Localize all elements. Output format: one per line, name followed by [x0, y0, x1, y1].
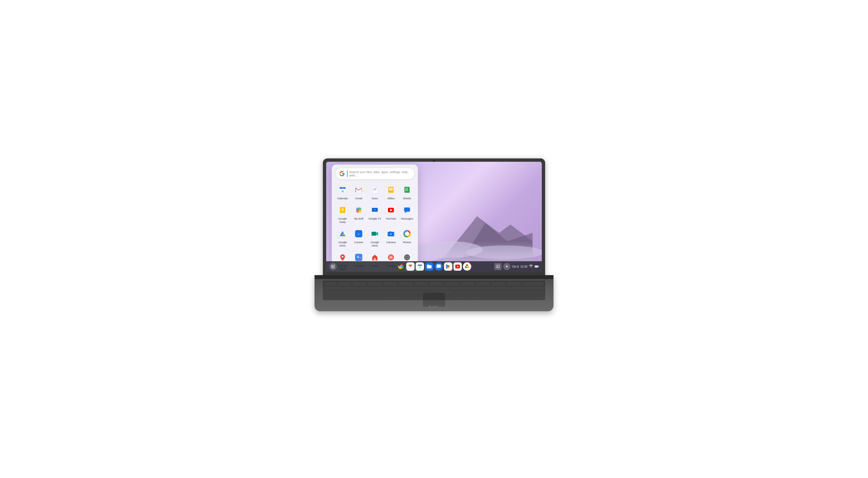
- app-calendar[interactable]: 31CALCalendar: [335, 182, 350, 202]
- svg-point-84: [332, 266, 333, 267]
- svg-rect-104: [538, 266, 539, 267]
- svg-point-100: [497, 266, 498, 267]
- svg-rect-9: [355, 187, 362, 192]
- app-label-drive: Google Drive: [336, 241, 349, 247]
- svg-point-91: [400, 266, 402, 267]
- svg-point-80: [331, 265, 332, 266]
- app-label-messages: Messages: [401, 217, 413, 220]
- plus-icon[interactable]: +: [503, 263, 510, 270]
- app-meet[interactable]: Google Meet: [367, 226, 382, 249]
- svg-text:31: 31: [419, 267, 421, 268]
- svg-rect-13: [373, 189, 376, 189]
- app-icon-camera: [385, 228, 397, 240]
- svg-point-87: [332, 267, 333, 268]
- app-label-docs: Docs: [372, 197, 378, 200]
- svg-point-25: [341, 208, 344, 211]
- app-tv[interactable]: Google TV: [367, 203, 382, 225]
- app-messages[interactable]: Messages: [400, 203, 414, 225]
- taskbar-center: 31: [397, 262, 471, 271]
- screen-bezel: Search your files, tabs, apps, settings,…: [323, 158, 545, 275]
- wifi-icon: [529, 264, 533, 269]
- svg-rect-37: [404, 208, 410, 212]
- taskbar-calendar[interactable]: 31: [416, 262, 424, 271]
- acer-logo: acer: [429, 304, 439, 308]
- app-grid: 31CALCalendarGmailDocsSlidesSheetsGoogle…: [335, 182, 414, 272]
- app-icon-drive: [337, 228, 348, 240]
- screen-capture-icon[interactable]: [494, 263, 501, 270]
- svg-rect-20: [405, 189, 406, 190]
- app-label-photos: Photos: [403, 241, 411, 244]
- app-photos[interactable]: Photos: [400, 226, 414, 249]
- taskbar-messages[interactable]: [435, 262, 443, 271]
- launcher-button[interactable]: [329, 263, 337, 270]
- search-bar[interactable]: Search your files, tabs, apps, settings,…: [335, 168, 414, 180]
- svg-point-57: [389, 256, 393, 259]
- svg-rect-12: [373, 188, 376, 189]
- search-placeholder: Search your files, tabs, apps, settings,…: [347, 170, 410, 177]
- svg-point-88: [334, 267, 335, 268]
- app-icon-keep: [337, 204, 348, 216]
- app-label-youtube: YouTube: [386, 217, 396, 220]
- svg-rect-22: [405, 190, 406, 191]
- taskbar-right: + Oct 8 12:30: [494, 263, 539, 270]
- laptop-body: acer: [314, 275, 554, 311]
- app-docs[interactable]: Docs: [367, 182, 382, 202]
- svg-point-101: [531, 267, 531, 268]
- svg-point-30: [358, 210, 362, 213]
- app-youtube[interactable]: YouTube: [383, 203, 398, 225]
- taskbar-playstore[interactable]: [444, 262, 452, 271]
- app-label-camera: Camera: [386, 241, 396, 244]
- svg-rect-14: [373, 190, 375, 190]
- time-display[interactable]: 12:30: [520, 265, 527, 268]
- app-icon-slides: [385, 184, 397, 196]
- app-icon-mystuff: [353, 204, 365, 216]
- svg-point-86: [331, 267, 332, 268]
- taskbar-photos[interactable]: [463, 262, 471, 271]
- svg-rect-44: [371, 232, 376, 236]
- app-icon-cursive: c: [353, 228, 365, 240]
- app-icon-sheets: [401, 184, 413, 196]
- svg-rect-48: [390, 231, 391, 232]
- app-icon-messages: [401, 204, 413, 216]
- app-icon-docs: [369, 184, 381, 196]
- app-camera[interactable]: Camera: [383, 226, 398, 249]
- svg-point-83: [331, 266, 332, 267]
- taskbar-youtube[interactable]: [454, 262, 462, 271]
- app-icon-tv: [369, 204, 381, 216]
- taskbar-gmail[interactable]: [406, 262, 414, 271]
- svg-rect-16: [389, 188, 393, 190]
- screen: Search your files, tabs, apps, settings,…: [326, 162, 542, 272]
- app-drive[interactable]: Google Drive: [335, 226, 350, 249]
- svg-text:31: 31: [341, 190, 344, 192]
- app-launcher: Search your files, tabs, apps, settings,…: [332, 165, 418, 272]
- app-keep[interactable]: Google Keep: [335, 203, 350, 225]
- taskbar-chrome[interactable]: [397, 262, 405, 271]
- svg-point-50: [342, 256, 343, 258]
- svg-text:A: A: [357, 255, 359, 259]
- svg-point-47: [390, 233, 392, 235]
- app-label-keep: Google Keep: [336, 217, 349, 223]
- laptop: Search your files, tabs, apps, settings,…: [309, 158, 559, 320]
- svg-rect-23: [407, 190, 408, 191]
- app-label-calendar: Calendar: [337, 197, 348, 200]
- app-mystuff[interactable]: My stuff: [351, 203, 366, 225]
- app-cursive[interactable]: cCursive: [351, 226, 366, 249]
- app-icon-youtube: [385, 204, 397, 216]
- app-slides[interactable]: Slides: [383, 182, 398, 202]
- app-sheets[interactable]: Sheets: [400, 182, 414, 202]
- taskbar-files[interactable]: [425, 262, 433, 271]
- app-icon-meet: [369, 228, 381, 240]
- date-display[interactable]: Oct 8: [512, 265, 519, 268]
- svg-point-49: [406, 233, 408, 235]
- svg-point-60: [406, 257, 408, 258]
- app-label-gmail: Gmail: [355, 197, 362, 200]
- svg-text:文: 文: [359, 257, 362, 259]
- svg-rect-21: [407, 189, 408, 190]
- app-icon-gmail: [353, 184, 365, 196]
- battery-icon: [534, 264, 539, 269]
- taskbar: 31: [326, 261, 542, 272]
- app-label-mystuff: My stuff: [354, 217, 363, 220]
- app-gmail[interactable]: Gmail: [351, 182, 366, 202]
- svg-point-81: [332, 265, 333, 266]
- svg-rect-103: [535, 266, 538, 267]
